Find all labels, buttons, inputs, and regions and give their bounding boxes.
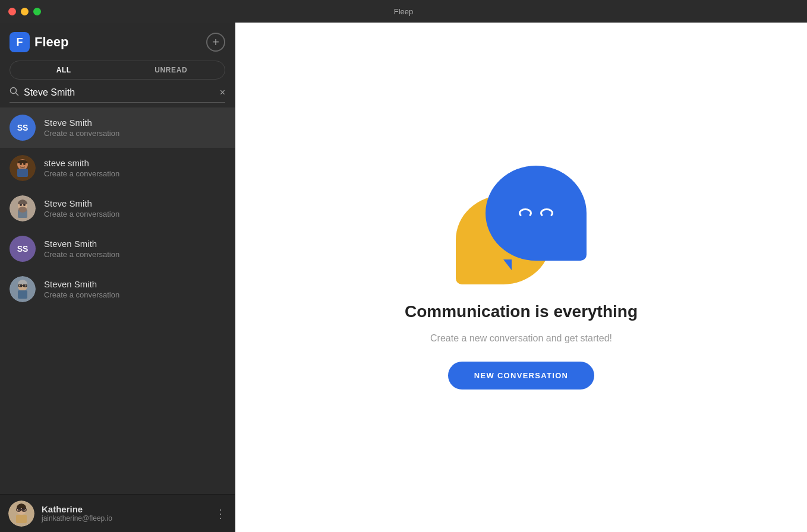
eye-right bbox=[540, 208, 553, 218]
minimize-window-btn[interactable] bbox=[21, 8, 29, 15]
main-subtitle: Create a new conversation and get starte… bbox=[430, 333, 612, 344]
contact-info: steve smith Create a conversation bbox=[44, 158, 119, 178]
logo-text: Fleep bbox=[34, 34, 68, 50]
window-controls bbox=[8, 8, 41, 15]
new-conversation-button[interactable]: + bbox=[206, 33, 225, 52]
sidebar: F Fleep + ALL UNREAD × SS bbox=[0, 23, 235, 532]
svg-rect-23 bbox=[16, 515, 27, 523]
contact-info: Steven Smith Create a conversation bbox=[44, 239, 119, 259]
contact-item[interactable]: Steve Smith Create a conversation bbox=[0, 188, 235, 229]
search-bar: × bbox=[10, 87, 225, 103]
contact-name: Steve Smith bbox=[44, 198, 119, 208]
logo-icon: F bbox=[10, 32, 30, 52]
avatar bbox=[10, 195, 36, 221]
svg-rect-4 bbox=[17, 169, 28, 177]
user-name: Katherine bbox=[42, 504, 207, 514]
contact-info: Steve Smith Create a conversation bbox=[44, 198, 119, 218]
tab-unread[interactable]: UNREAD bbox=[118, 61, 225, 79]
svg-line-1 bbox=[16, 93, 18, 96]
contact-name: Steve Smith bbox=[44, 118, 119, 128]
avatar: SS bbox=[10, 236, 36, 262]
bubble-blue bbox=[486, 166, 587, 261]
bubble-tail bbox=[503, 259, 512, 270]
contact-item[interactable]: steve smith Create a conversation bbox=[0, 148, 235, 188]
new-conversation-main-button[interactable]: NEW CONVERSATION bbox=[448, 362, 595, 390]
eye-left bbox=[519, 208, 532, 218]
search-icon bbox=[10, 87, 19, 99]
user-info: Katherine jainkatherine@fleep.io bbox=[42, 504, 207, 522]
avatar: SS bbox=[10, 115, 36, 141]
user-bar: Katherine jainkatherine@fleep.io ⋮ bbox=[0, 494, 235, 532]
main-content: Communication is everything Create a new… bbox=[235, 23, 807, 532]
tabs-bar: ALL UNREAD bbox=[10, 61, 225, 80]
maximize-window-btn[interactable] bbox=[33, 8, 41, 15]
titlebar: Fleep bbox=[0, 0, 807, 23]
contact-item[interactable]: Steven Smith Create a conversation bbox=[0, 269, 235, 309]
contact-sub: Create a conversation bbox=[44, 210, 119, 218]
svg-rect-15 bbox=[18, 290, 27, 299]
chat-illustration bbox=[456, 166, 587, 284]
search-input[interactable] bbox=[24, 87, 215, 98]
main-heading: Communication is everything bbox=[405, 302, 638, 321]
contact-list: SS Steve Smith Create a conversation bbox=[0, 107, 235, 494]
contact-item[interactable]: SS Steven Smith Create a conversation bbox=[0, 229, 235, 269]
contact-name: steve smith bbox=[44, 158, 119, 168]
tab-all[interactable]: ALL bbox=[10, 61, 118, 79]
contact-info: Steven Smith Create a conversation bbox=[44, 279, 119, 299]
avatar bbox=[10, 276, 36, 302]
contact-sub: Create a conversation bbox=[44, 290, 119, 299]
app-title: Fleep bbox=[394, 7, 414, 16]
clear-search-icon[interactable]: × bbox=[220, 87, 225, 98]
avatar bbox=[10, 155, 36, 181]
contact-sub: Create a conversation bbox=[44, 169, 119, 178]
logo-area: F Fleep bbox=[10, 32, 68, 52]
contact-item[interactable]: SS Steve Smith Create a conversation bbox=[0, 107, 235, 148]
contact-info: Steve Smith Create a conversation bbox=[44, 118, 119, 138]
user-email: jainkatherine@fleep.io bbox=[42, 514, 207, 522]
user-menu-button[interactable]: ⋮ bbox=[215, 506, 226, 521]
user-avatar bbox=[8, 501, 34, 527]
contact-sub: Create a conversation bbox=[44, 250, 119, 259]
close-window-btn[interactable] bbox=[8, 8, 16, 15]
contact-sub: Create a conversation bbox=[44, 129, 119, 138]
sidebar-header: F Fleep + bbox=[0, 23, 235, 52]
contact-name: Steven Smith bbox=[44, 239, 119, 249]
contact-name: Steven Smith bbox=[44, 279, 119, 289]
app-body: F Fleep + ALL UNREAD × SS bbox=[0, 23, 807, 532]
